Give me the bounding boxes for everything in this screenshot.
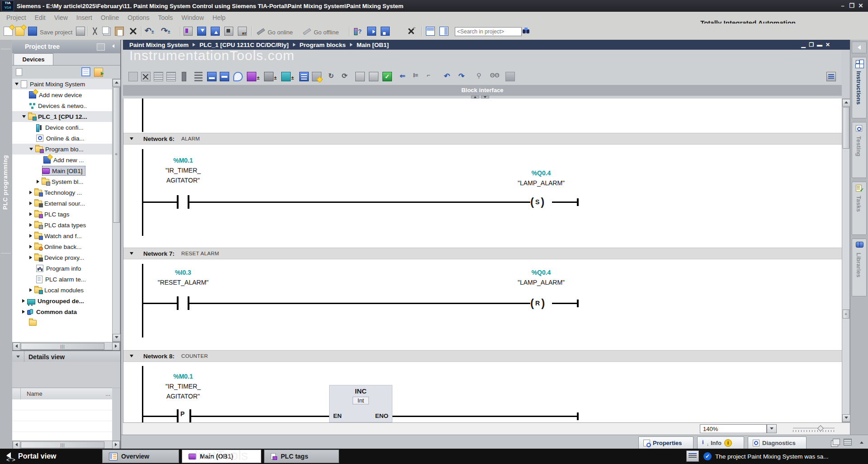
accessible-devices-icon[interactable]: [381, 27, 390, 36]
scroll-right-button[interactable]: [112, 441, 120, 449]
scroll-thumb[interactable]: ≡: [113, 87, 120, 223]
tab-devices[interactable]: Devices: [14, 53, 53, 66]
access-rights-icon[interactable]: ⚲: [476, 72, 486, 81]
delete-row-icon[interactable]: [166, 72, 176, 81]
close-toolbar-icon[interactable]: [826, 72, 836, 81]
insert-network-icon[interactable]: [128, 72, 138, 81]
collapse-right-rail-button[interactable]: [852, 42, 867, 53]
block-calls-icon[interactable]: [264, 72, 274, 81]
details-view-header[interactable]: Details view: [12, 350, 120, 363]
tab-diagnostics[interactable]: Diagnostics: [748, 436, 807, 449]
scroll-thumb[interactable]: [843, 107, 849, 149]
outline-list-icon[interactable]: [194, 72, 203, 81]
contact-operand[interactable]: %M0.1 "IR_TIMER_ AGITATOR": [149, 371, 217, 401]
tree-item-plc-alarm-text[interactable]: PLC alarm te...: [12, 274, 112, 285]
expander-icon[interactable]: [29, 288, 32, 292]
breadcrumb-plc[interactable]: PLC_1 [CPU 1211C DC/DC/Rly]: [199, 42, 288, 48]
reset-coil[interactable]: (R): [530, 296, 545, 310]
scroll-down-button[interactable]: [113, 334, 121, 342]
tree-item-local-modules[interactable]: Local modules: [12, 285, 112, 295]
delete-network-icon[interactable]: [141, 72, 151, 81]
tree-item-add-new-block[interactable]: Add new ...: [12, 155, 112, 165]
tree-item-online-backups[interactable]: Online back...: [12, 241, 112, 252]
update-inconsistent-icon[interactable]: ↻: [328, 72, 338, 81]
minimize-button[interactable]: –: [838, 2, 847, 9]
redo-icon[interactable]: ↷±: [161, 27, 170, 36]
tab-libraries[interactable]: Libraries: [852, 239, 867, 296]
consistency-check-icon[interactable]: ✓: [382, 72, 392, 81]
expander-icon[interactable]: [22, 310, 25, 314]
breadcrumb-project[interactable]: Paint Mixing System: [129, 42, 189, 48]
menu-online[interactable]: Online: [101, 14, 119, 21]
start-runtime-icon[interactable]: RT: [238, 27, 247, 36]
data-flow-icon[interactable]: [505, 72, 515, 81]
left-rail-label[interactable]: PLC programming: [2, 155, 9, 210]
inc-eno-pin[interactable]: ENO: [375, 412, 388, 419]
update-calls-icon[interactable]: ⟳: [342, 72, 351, 81]
zoom-level-field[interactable]: 140%: [700, 424, 767, 433]
cut-icon[interactable]: [90, 27, 99, 36]
skip-icon[interactable]: ⌐: [427, 72, 436, 81]
undo-edit-icon[interactable]: ↶: [444, 72, 453, 81]
zoom-slider[interactable]: [793, 427, 835, 432]
inc-instruction-box[interactable]: INC Int EN ENO: [329, 385, 392, 422]
expander-icon[interactable]: [29, 191, 32, 194]
go-online-button[interactable]: Go online: [268, 29, 293, 36]
set-coil[interactable]: (S): [530, 195, 544, 209]
contact-left-bar[interactable]: [177, 195, 179, 209]
download-to-device-icon[interactable]: [197, 27, 206, 36]
go-offline-button[interactable]: Go offline: [314, 29, 339, 36]
undo-icon[interactable]: ↶±: [145, 27, 154, 36]
split-grip[interactable]: ≡: [843, 309, 849, 319]
breadcrumb-main-ob1[interactable]: Main [OB1]: [357, 42, 389, 48]
network6-header[interactable]: Network 6: ALARM: [123, 133, 842, 145]
tree-item-devices-networks[interactable]: Devices & netwo..: [12, 100, 112, 111]
coil-operand[interactable]: %Q0.4 "LAMP_ALARM": [507, 168, 575, 188]
portal-view-button[interactable]: Portal view: [18, 452, 56, 460]
tree-vscrollbar[interactable]: ≡: [112, 79, 120, 342]
tree-item-plc1[interactable]: PLC_1 [CPU 12...: [12, 111, 112, 122]
details-collapse-icon[interactable]: [12, 351, 24, 363]
contact-operand[interactable]: %M0.1 "IR_TIMER_ AGITATOR": [149, 155, 217, 185]
tab-instructions[interactable]: Instructions: [852, 57, 867, 118]
compile-icon[interactable]: [184, 27, 193, 36]
expand-networks-icon[interactable]: [207, 72, 217, 81]
menu-tools[interactable]: Tools: [158, 14, 173, 21]
tree-item-plc-data-types[interactable]: PLC data types: [12, 220, 112, 230]
scroll-right-button[interactable]: [112, 342, 120, 351]
snapshot-icon[interactable]: [224, 27, 233, 36]
favorites-star-icon[interactable]: [312, 72, 321, 81]
collapse-panel-icon[interactable]: [109, 43, 117, 50]
scroll-left-button[interactable]: [13, 441, 20, 449]
scroll-thumb[interactable]: |||: [21, 343, 104, 350]
panel-list-icon[interactable]: [844, 439, 852, 445]
tab-info[interactable]: i↓ Info i: [697, 436, 744, 449]
scroll-left-button[interactable]: [13, 342, 20, 351]
inc-en-pin[interactable]: EN: [333, 412, 342, 419]
scroll-up-button[interactable]: [842, 99, 850, 107]
expander-icon[interactable]: [15, 83, 19, 85]
contact-left-bar[interactable]: [177, 296, 179, 310]
tree-item-device-proxy[interactable]: Device proxy...: [12, 252, 112, 263]
zoom-dropdown-button[interactable]: [767, 424, 777, 433]
tab-testing[interactable]: Testing: [852, 122, 867, 178]
expander-icon[interactable]: [29, 148, 33, 150]
add-new-icon[interactable]: [16, 68, 22, 76]
insert-column-icon[interactable]: [182, 72, 186, 81]
menu-window[interactable]: Window: [181, 14, 204, 21]
details-toggle-icon[interactable]: [81, 67, 90, 76]
search-binoculars-icon[interactable]: [522, 27, 531, 36]
go-online-icon[interactable]: [256, 27, 265, 36]
tree-item-program-info[interactable]: Program info: [12, 263, 112, 274]
save-project-button[interactable]: Save project: [40, 29, 72, 36]
new-project-icon[interactable]: [4, 27, 13, 36]
network-collapse-icon[interactable]: [130, 355, 133, 357]
tab-plc-tags[interactable]: PLC tags: [264, 450, 339, 463]
tab-main-ob1[interactable]: Main (OB1): [182, 450, 261, 463]
tree-item-plc-tags[interactable]: PLC tags: [12, 209, 112, 220]
pin-panel-icon[interactable]: [97, 43, 105, 51]
details-hscrollbar[interactable]: |||: [12, 441, 120, 449]
expander-icon[interactable]: [22, 115, 26, 118]
expander-icon[interactable]: [29, 202, 32, 205]
restore-button[interactable]: ❐: [847, 2, 856, 9]
